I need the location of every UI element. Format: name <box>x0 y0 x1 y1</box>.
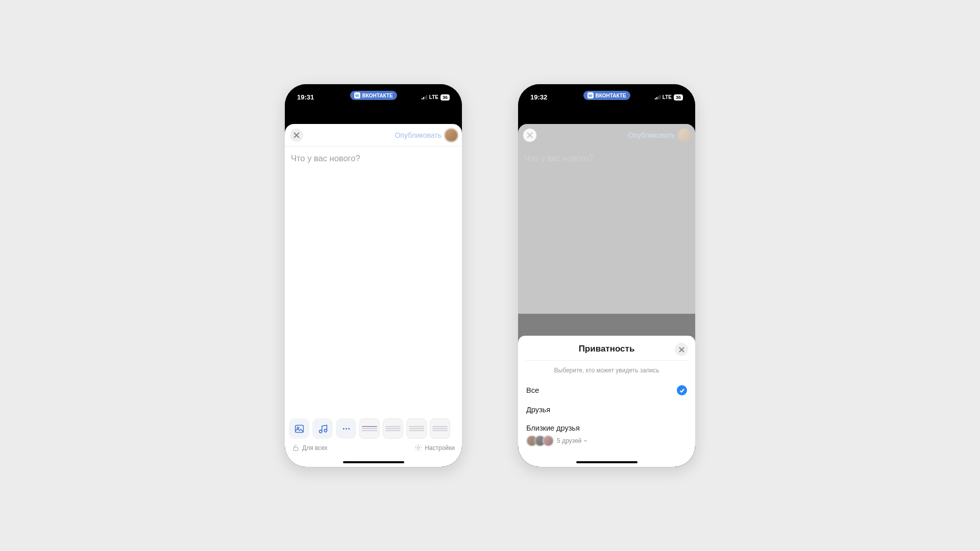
compose-placeholder: Что у вас нового? <box>291 154 456 163</box>
status-bar: 19:31 ВКОНТАКТЕ LTE 36 <box>285 93 462 101</box>
status-right: LTE 36 <box>422 94 450 101</box>
tool-row <box>289 418 458 439</box>
check-icon <box>677 385 687 395</box>
privacy-sheet: Приватность Выберите, кто может увидеть … <box>518 336 695 467</box>
toolbar: Для всех Настройки <box>285 415 462 467</box>
recent-thumb-4[interactable] <box>430 418 450 439</box>
sheet-close-button[interactable] <box>675 343 688 356</box>
home-indicator[interactable] <box>576 461 638 463</box>
status-bar: 19:32 ВКОНТАКТЕ LTE 36 <box>518 93 695 101</box>
svg-rect-0 <box>295 425 303 432</box>
option-label: Близкие друзья <box>526 424 580 432</box>
unlock-icon <box>292 444 300 452</box>
status-time: 19:32 <box>530 93 558 101</box>
battery-badge: 36 <box>674 94 683 101</box>
close-icon <box>527 132 533 138</box>
privacy-option-close-friends[interactable]: Близкие друзья <box>525 419 688 434</box>
recent-thumb-2[interactable] <box>383 418 403 439</box>
header-right: Опубликовать <box>628 129 691 142</box>
bottom-row: Для всех Настройки <box>289 439 458 452</box>
signal-icon <box>422 95 427 99</box>
more-button[interactable] <box>336 418 356 439</box>
recent-thumb-1[interactable] <box>359 418 380 439</box>
app-pill: ВКОНТАКТЕ <box>583 91 630 100</box>
avatar[interactable] <box>445 129 458 142</box>
notch: 19:32 ВКОНТАКТЕ LTE 36 <box>518 84 695 124</box>
compose-header: Опубликовать <box>285 124 462 146</box>
more-icon <box>341 423 352 434</box>
svg-rect-7 <box>293 447 298 450</box>
app-pill: ВКОНТАКТЕ <box>350 91 397 100</box>
compose-body[interactable]: Что у вас нового? <box>285 146 462 414</box>
photo-button[interactable] <box>289 418 309 439</box>
compose-placeholder: Что у вас нового? <box>524 154 689 163</box>
close-friends-row[interactable]: 5 друзей <box>525 434 688 452</box>
close-button[interactable] <box>290 129 303 142</box>
phone-right: 19:32 ВКОНТАКТЕ LTE 36 Опубликовать Что … <box>518 84 695 467</box>
visibility-label: Для всех <box>302 444 328 452</box>
sheet-subtitle: Выберите, кто может увидеть запись <box>525 361 688 380</box>
home-indicator[interactable] <box>343 461 404 463</box>
sheet-title: Приватность <box>579 344 635 354</box>
publish-button[interactable]: Опубликовать <box>628 131 675 139</box>
svg-point-6 <box>348 428 350 430</box>
svg-point-4 <box>342 428 344 430</box>
sheet-header: Приватность <box>525 344 688 361</box>
visibility-button[interactable]: Для всех <box>292 444 328 452</box>
friends-count: 5 друзей <box>557 437 588 444</box>
close-icon <box>293 132 300 138</box>
recent-thumb-3[interactable] <box>406 418 427 439</box>
battery-badge: 36 <box>440 94 450 101</box>
music-icon <box>317 423 328 434</box>
network-label: LTE <box>429 94 438 100</box>
compose-body[interactable]: Что у вас нового? <box>518 146 695 314</box>
close-button[interactable] <box>523 129 536 142</box>
phone-left: 19:31 ВКОНТАКТЕ LTE 36 Опубликовать Что … <box>285 84 462 467</box>
settings-label: Настройки <box>425 444 455 452</box>
status-time: 19:31 <box>297 93 325 101</box>
privacy-option-friends[interactable]: Друзья <box>525 400 688 419</box>
publish-button[interactable]: Опубликовать <box>395 131 442 139</box>
screen: Опубликовать Что у вас нового? <box>285 124 462 467</box>
signal-icon <box>655 95 660 99</box>
network-label: LTE <box>663 94 672 100</box>
svg-point-8 <box>418 447 420 449</box>
photo-icon <box>294 423 305 434</box>
settings-button[interactable]: Настройки <box>414 444 455 452</box>
option-label: Все <box>526 386 539 394</box>
friends-avatars <box>526 435 554 446</box>
compose-header: Опубликовать <box>518 124 695 146</box>
gear-icon <box>414 444 422 452</box>
screen: Опубликовать Что у вас нового? Приватнос… <box>518 124 695 467</box>
music-button[interactable] <box>312 418 333 439</box>
option-label: Друзья <box>526 406 550 414</box>
notch: 19:31 ВКОНТАКТЕ LTE 36 <box>285 84 462 124</box>
privacy-option-all[interactable]: Все <box>525 380 688 400</box>
status-right: LTE 36 <box>655 94 683 101</box>
header-right: Опубликовать <box>395 129 458 142</box>
svg-point-5 <box>346 428 347 430</box>
chevron-down-icon <box>583 438 588 443</box>
avatar[interactable] <box>678 129 691 142</box>
close-icon <box>679 347 684 353</box>
